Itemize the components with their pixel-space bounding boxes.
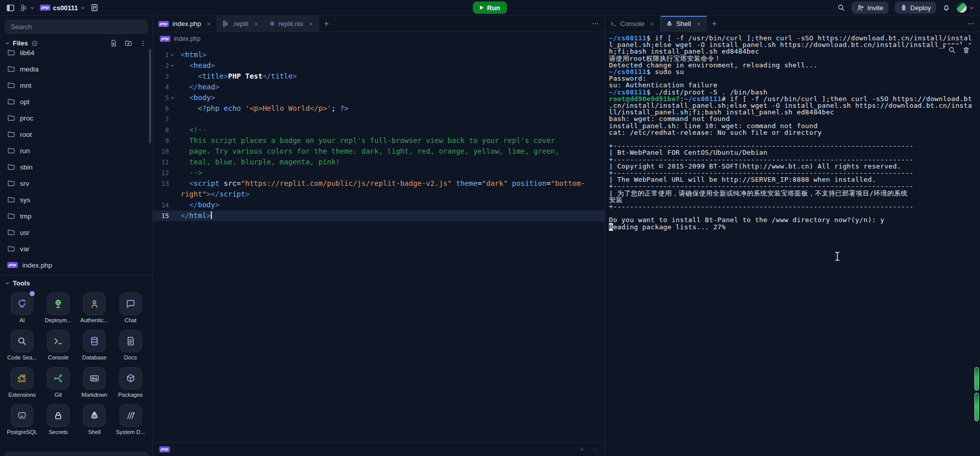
search-input[interactable]: Search	[5, 20, 148, 34]
file-item-run[interactable]: run	[0, 142, 153, 159]
code-line[interactable]: 4 </head>	[153, 82, 604, 92]
code-text	[178, 114, 181, 125]
ellipsis-icon[interactable]	[967, 20, 975, 28]
line-gutter: 12	[153, 167, 178, 178]
tool-console[interactable]: Console	[40, 330, 77, 361]
sidebar-toggle-icon[interactable]	[6, 4, 15, 12]
tool-code-sea[interactable]: Code Sea...	[4, 330, 40, 361]
tool-secrets[interactable]: Secrets	[40, 404, 77, 435]
tab-shell[interactable]: Shell	[660, 16, 707, 32]
help-button[interactable]: Help	[4, 452, 149, 456]
tab-console[interactable]: Console	[605, 16, 660, 32]
new-tab-button[interactable]	[711, 20, 718, 27]
ellipsis-icon[interactable]	[592, 20, 599, 28]
invite-button[interactable]: Invite	[851, 2, 888, 14]
close-icon[interactable]	[206, 21, 211, 27]
code-line[interactable]: 7	[153, 114, 604, 125]
tool-ai[interactable]: AI	[4, 293, 40, 323]
sidebar-scrollbar[interactable]	[149, 49, 151, 143]
ellipsis-icon[interactable]	[592, 446, 598, 452]
file-item-var[interactable]: var	[0, 241, 153, 257]
plus-icon[interactable]	[579, 446, 585, 452]
file-item-proc[interactable]: proc	[0, 110, 153, 126]
tab-index.php[interactable]: phpindex.php	[153, 16, 217, 32]
file-item-mnt[interactable]: mnt	[0, 77, 153, 93]
tool-git[interactable]: Git	[40, 367, 77, 398]
php-icon: php	[158, 21, 169, 27]
code-line[interactable]: 6 <?php echo '<p>Hello World</p>'; ?>	[153, 103, 604, 114]
top-bar: php cs00111 Run Invite Deploy	[0, 0, 980, 15]
terminal[interactable]: ~/cs00111$ if [ -f /usr/bin/curl ];then …	[605, 32, 980, 456]
code-line[interactable]: 3 <title>PHP Test</title>	[153, 71, 604, 82]
tool-authentic[interactable]: Authentic...	[77, 293, 113, 323]
chevron-down-icon[interactable]	[5, 281, 10, 285]
code-text: <head>	[178, 60, 215, 71]
tool-packages[interactable]: Packages	[112, 367, 149, 398]
code-line[interactable]: 9 This script places a badge on your rep…	[153, 135, 604, 146]
trash-icon[interactable]	[962, 46, 970, 54]
close-icon[interactable]	[696, 21, 701, 27]
rocket-icon	[900, 4, 908, 12]
tool-postgresql[interactable]: PostgreSQL	[4, 404, 40, 435]
scrollbar-thumb[interactable]	[974, 393, 979, 421]
tool-markdown[interactable]: Markdown	[77, 367, 113, 398]
code-line[interactable]: 1<html>	[153, 50, 604, 60]
file-item-index.php[interactable]: phpindex.php	[0, 257, 153, 273]
code-line[interactable]: 8 <!--	[153, 125, 604, 135]
search-icon[interactable]	[948, 46, 956, 54]
code-line[interactable]: 15</html>	[153, 210, 604, 221]
file-item-usr[interactable]: usr	[0, 224, 153, 241]
code-line[interactable]: 13 <script src="https://replit.com/publi…	[153, 178, 604, 189]
file-label: opt	[20, 98, 30, 106]
code-line[interactable]: 5 <body>	[153, 92, 604, 103]
file-item-lib64[interactable]: lib64	[0, 44, 153, 61]
file-item-opt[interactable]: opt	[0, 93, 153, 110]
close-icon[interactable]	[650, 21, 655, 27]
tool-label: Deploym...	[40, 317, 77, 323]
file-item-tmp[interactable]: tmp	[0, 208, 153, 224]
code-line[interactable]: right"></script>	[153, 189, 604, 200]
tab-replit.nix[interactable]: ❄replit.nix	[264, 16, 319, 32]
tool-extensions[interactable]: Extensions	[4, 367, 40, 398]
deploy-button[interactable]: Deploy	[895, 2, 936, 14]
search-icon[interactable]	[837, 4, 845, 12]
tool-shell[interactable]: Shell	[77, 404, 113, 435]
file-label: usr	[20, 229, 30, 236]
tool-database[interactable]: Database	[77, 330, 113, 361]
terminal-line: ~/cs00111$ sudo su	[609, 68, 980, 75]
account-menu[interactable]	[957, 3, 974, 13]
code-line[interactable]: 2 <head>	[153, 60, 604, 71]
file-item-root[interactable]: root	[0, 126, 153, 142]
file-item-sbin[interactable]: sbin	[0, 159, 153, 175]
close-icon[interactable]	[254, 21, 259, 27]
new-tab-button[interactable]	[323, 20, 330, 27]
folder-icon	[7, 49, 15, 57]
bell-icon[interactable]	[942, 4, 950, 12]
file-item-sys[interactable]: sys	[0, 191, 153, 208]
project-selector[interactable]: php cs00111	[40, 4, 85, 12]
close-icon[interactable]	[308, 21, 313, 27]
tools-header: Tools	[0, 277, 153, 290]
run-button[interactable]: Run	[473, 2, 507, 14]
tool-system-d[interactable]: System D...	[112, 404, 149, 435]
code-line[interactable]: 11 teal, blue, blurple, magenta, pink!	[153, 157, 604, 167]
tab-.replit[interactable]: .replit	[217, 16, 264, 32]
tool-chat[interactable]: Chat	[112, 293, 149, 323]
repl-menu[interactable]	[20, 4, 35, 12]
tool-deploym[interactable]: Deploym...	[40, 293, 77, 323]
file-item-srv[interactable]: srv	[0, 175, 153, 191]
console-tab-bar: ConsoleShell	[605, 16, 980, 32]
code-line[interactable]: 10 page. Try various colors for the them…	[153, 146, 604, 157]
file-item-media[interactable]: media	[0, 61, 153, 77]
history-icon[interactable]	[90, 4, 99, 12]
git-icon	[53, 373, 63, 383]
scrollbar-thumb[interactable]	[974, 367, 979, 391]
code-line[interactable]: 14 </body>	[153, 200, 604, 210]
tool-label: Markdown	[77, 392, 113, 398]
tool-tile	[83, 367, 106, 390]
tool-label: Secrets	[40, 429, 77, 435]
code-line[interactable]: 12 -->	[153, 167, 604, 178]
code-area[interactable]: 1<html>2 <head>3 <title>PHP Test</title>…	[153, 45, 604, 442]
tool-docs[interactable]: Docs	[112, 330, 149, 361]
line-number: 6	[165, 103, 169, 114]
